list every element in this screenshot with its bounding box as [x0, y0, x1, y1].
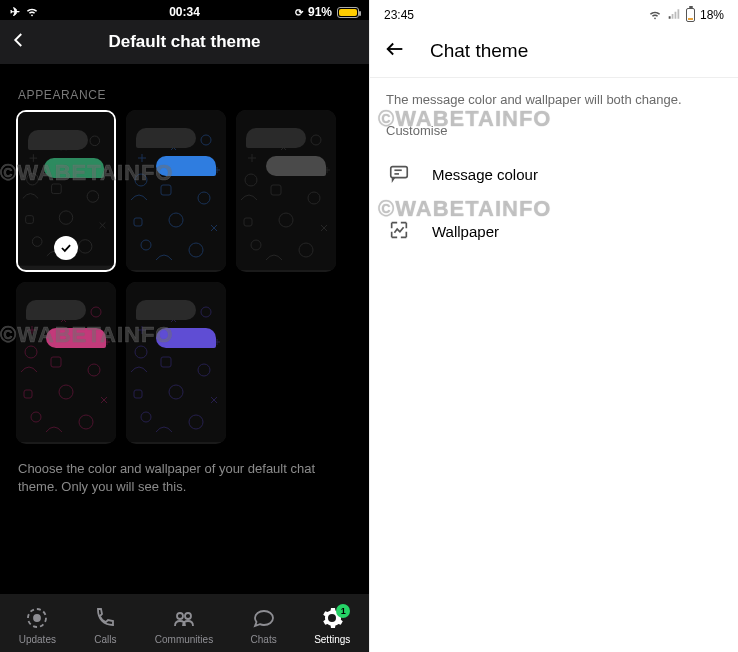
wallpaper-label: Wallpaper — [432, 223, 499, 240]
badge: 1 — [336, 604, 350, 618]
tab-settings[interactable]: 1Settings — [314, 606, 350, 645]
back-button[interactable] — [384, 38, 406, 64]
battery-icon — [686, 8, 695, 22]
tab-updates[interactable]: Updates — [19, 606, 56, 645]
page-title: Chat theme — [430, 40, 528, 62]
tab-calls[interactable]: Calls — [93, 606, 117, 645]
back-button[interactable] — [10, 31, 28, 53]
incoming-bubble-icon — [246, 128, 306, 148]
wallpaper-row[interactable]: Wallpaper — [370, 203, 738, 260]
theme-swatch-pink[interactable] — [16, 282, 116, 444]
ios-status-bar: ✈ 00:34 ⟳ 91% — [0, 0, 369, 20]
theme-swatch-blue[interactable] — [126, 110, 226, 272]
chats-icon — [252, 606, 276, 632]
signal-icon — [667, 7, 681, 24]
description-text: The message color and wallpaper will bot… — [370, 78, 738, 123]
wifi-icon — [25, 4, 39, 21]
svg-rect-50 — [391, 167, 408, 178]
calls-icon — [93, 606, 117, 632]
ios-header: Default chat theme — [0, 20, 369, 64]
orientation-lock-icon: ⟳ — [295, 7, 303, 18]
android-screen: 23:45 18% Chat theme The message color a… — [369, 0, 738, 652]
checkmark-icon — [54, 236, 78, 260]
outgoing-bubble-icon — [266, 156, 326, 176]
tab-bar: UpdatesCallsCommunitiesChats1Settings — [0, 594, 369, 652]
incoming-bubble-icon — [26, 300, 86, 320]
settings-icon: 1 — [320, 606, 344, 632]
help-text: Choose the color and wallpaper of your d… — [0, 444, 369, 512]
updates-icon — [25, 606, 49, 632]
communities-icon — [172, 606, 196, 632]
outgoing-bubble-icon — [44, 158, 104, 178]
status-time: 23:45 — [384, 8, 414, 22]
outgoing-bubble-icon — [46, 328, 106, 348]
svg-point-46 — [34, 615, 40, 621]
message-colour-row[interactable]: Message colour — [370, 146, 738, 203]
android-status-bar: 23:45 18% — [370, 0, 738, 24]
outgoing-bubble-icon — [156, 156, 216, 176]
battery-pct: 18% — [700, 8, 724, 22]
wifi-icon — [648, 7, 662, 24]
outgoing-bubble-icon — [156, 328, 216, 348]
airplane-mode-icon: ✈ — [10, 5, 20, 19]
tab-label: Updates — [19, 634, 56, 645]
page-title: Default chat theme — [108, 32, 260, 52]
ios-screen: ✈ 00:34 ⟳ 91% Default chat theme APPEARA… — [0, 0, 369, 652]
tab-label: Chats — [251, 634, 277, 645]
android-header: Chat theme — [370, 24, 738, 78]
incoming-bubble-icon — [136, 300, 196, 320]
message-colour-icon — [388, 162, 410, 187]
battery-pct: 91% — [308, 5, 332, 19]
wallpaper-icon — [388, 219, 410, 244]
tab-label: Calls — [94, 634, 116, 645]
incoming-bubble-icon — [28, 130, 88, 150]
svg-point-48 — [185, 613, 191, 619]
theme-swatch-purple[interactable] — [126, 282, 226, 444]
svg-point-47 — [177, 613, 183, 619]
tab-chats[interactable]: Chats — [251, 606, 277, 645]
battery-icon — [337, 7, 359, 18]
customise-label: Customise — [370, 123, 738, 146]
message-colour-label: Message colour — [432, 166, 538, 183]
appearance-section-label: APPEARANCE — [0, 64, 369, 110]
tab-label: Communities — [155, 634, 213, 645]
incoming-bubble-icon — [136, 128, 196, 148]
theme-swatch-grey[interactable] — [236, 110, 336, 272]
tab-label: Settings — [314, 634, 350, 645]
theme-swatch-green[interactable] — [16, 110, 116, 272]
status-time: 00:34 — [169, 5, 200, 19]
theme-swatch-grid — [0, 110, 369, 444]
tab-communities[interactable]: Communities — [155, 606, 213, 645]
